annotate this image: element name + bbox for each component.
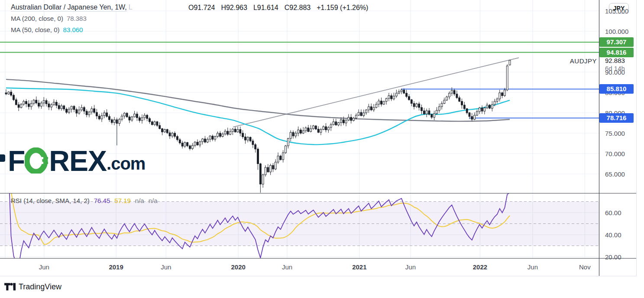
watermark-dotcom: .com <box>107 154 145 174</box>
rsi-legend-row[interactable]: RSI (14, close, SMA, 14, 2)76.4557.19n/a… <box>11 197 162 204</box>
rsi-sma-value: 57.19 <box>114 197 131 204</box>
price-level-badge: 85.810 <box>599 84 634 94</box>
price-level-badge: 97.307 <box>599 37 634 47</box>
ohlc-values: O91.724H92.963L91.614C92.883+1.159 (+1.2… <box>188 4 374 12</box>
rsi-value: 76.45 <box>94 197 110 204</box>
rsi-label: RSI (14, close, SMA, 14, 2) <box>11 197 90 204</box>
watermark-fragment <box>0 154 5 162</box>
price-tick-label: 90.000 <box>605 69 625 76</box>
time-tick-label: Jun <box>39 263 49 271</box>
rsi-na-2: n/a <box>149 197 158 204</box>
tradingview-chart-widget: Australian Dollar / Japanese Yen, 1W,L O… <box>0 0 644 298</box>
time-tick-label: Jun <box>161 263 171 271</box>
time-tick-label: 2019 <box>109 263 123 271</box>
price-tick-label: 105.000 <box>605 7 628 15</box>
time-tick-label: Jun <box>405 263 416 271</box>
symbol-title[interactable]: Australian Dollar / Japanese Yen, 1W, <box>11 3 127 12</box>
rsi-tick-label: 60.00 <box>605 209 621 216</box>
time-tick-label: Nov <box>579 263 591 271</box>
ma200-legend-row[interactable]: MA (200, close, 0)78.383 <box>11 15 87 22</box>
rsi-tick-label: 20.00 <box>605 253 621 261</box>
last-price-value: 92.883 <box>605 57 625 64</box>
open-value: O91.724 <box>188 4 215 11</box>
watermark-rex: REX <box>49 148 107 174</box>
rsi-tick-label: 40.00 <box>605 231 621 239</box>
forex-com-watermark: FREX.com <box>8 147 145 174</box>
tradingview-attribution[interactable]: TradingView <box>4 282 61 291</box>
time-tick-label: 2021 <box>352 263 366 271</box>
time-tick-label: Jun <box>527 263 538 271</box>
price-tick-label: 70.000 <box>605 150 625 157</box>
price-level-badge: 78.716 <box>599 113 634 123</box>
low-value: L91.614 <box>253 4 278 11</box>
price-tick-label: 100.000 <box>605 28 628 35</box>
change-value: +1.159 (+1.26%) <box>317 4 368 11</box>
price-level-badge: 94.816 <box>599 48 634 57</box>
high-value: H92.963 <box>221 4 247 11</box>
price-tick-label: 75.000 <box>605 130 625 137</box>
time-tick-label: 2020 <box>231 263 245 271</box>
ma200-label: MA (200, close, 0) <box>11 15 63 22</box>
symbol-price-label: AUDJPY <box>524 57 597 65</box>
close-value: C92.883 <box>285 4 311 11</box>
symbol-title-truncated: L <box>129 3 133 11</box>
price-tick-label: 65.000 <box>605 170 625 178</box>
tradingview-logo-icon <box>4 282 16 291</box>
ma50-label: MA (50, close, 0) <box>11 26 60 33</box>
time-tick-label: Jun <box>282 263 292 271</box>
forex-o-icon <box>25 147 49 174</box>
rsi-na-1: n/a <box>135 197 144 204</box>
ma50-legend-row[interactable]: MA (50, close, 0)83.060 <box>11 26 83 33</box>
chart-canvas[interactable] <box>0 0 637 276</box>
watermark-f: F <box>8 148 25 174</box>
time-tick-label: 2022 <box>473 263 487 271</box>
tradingview-brand-text[interactable]: TradingView <box>19 282 61 291</box>
ma50-value: 83.060 <box>63 26 83 33</box>
symbol-legend-row[interactable]: Australian Dollar / Japanese Yen, 1W,L <box>11 3 133 11</box>
ma200-value: 78.383 <box>67 15 87 22</box>
